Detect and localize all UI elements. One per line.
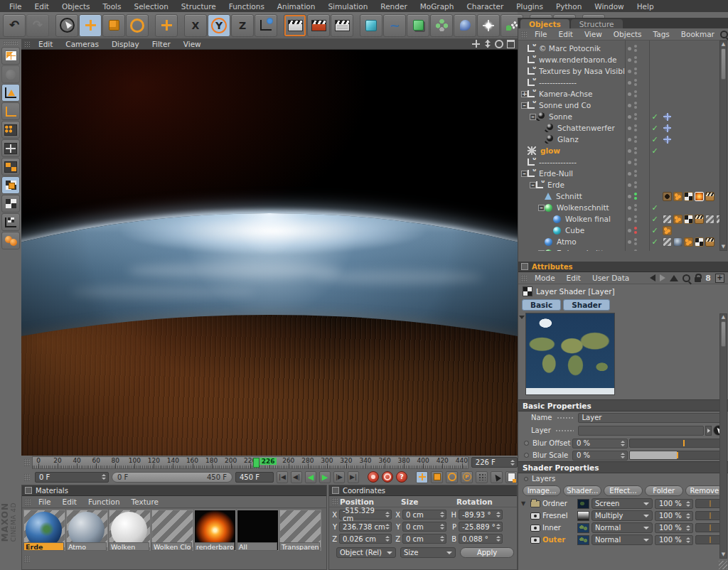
- clapper-tag-icon[interactable]: [695, 215, 704, 224]
- layer-opacity-field[interactable]: 100 %: [655, 511, 693, 521]
- visibility-dots[interactable]: [625, 227, 649, 234]
- spheretag-tag-icon[interactable]: [673, 237, 682, 247]
- coord-field-x-0[interactable]: -515.329 cm: [339, 510, 392, 520]
- coord-spinner[interactable]: [385, 536, 390, 542]
- layer-opacity-field[interactable]: 100 %: [655, 499, 693, 509]
- object-row-atmo[interactable]: Atmo✓: [518, 236, 728, 247]
- visibility-dots[interactable]: [625, 90, 649, 97]
- timeline-ruler[interactable]: 0204060801001201401601802002202402602803…: [32, 456, 469, 469]
- scroll-up-icon[interactable]: ▲: [720, 314, 727, 321]
- dot[interactable]: [634, 68, 637, 70]
- convert-object[interactable]: [1, 65, 20, 83]
- window-resize-grip[interactable]: [719, 561, 727, 569]
- blend-mode-dropdown[interactable]: Normal: [592, 522, 653, 533]
- coord-field-z-2[interactable]: 0.026 cm: [339, 534, 392, 544]
- enable-check[interactable]: ✓: [649, 146, 660, 156]
- range-start-field[interactable]: 0 F: [35, 472, 109, 483]
- blur-offset-field[interactable]: 0 %: [572, 439, 628, 448]
- visibility-toggle-icons[interactable]: [634, 147, 637, 154]
- coord-spinner[interactable]: [496, 524, 500, 529]
- visibility-toggle-icons[interactable]: [634, 136, 637, 143]
- shader-properties-header[interactable]: Shader Properties: [518, 461, 728, 473]
- visibility-toggle-icons[interactable]: [634, 113, 637, 120]
- coord-field-y-1[interactable]: 236.738 cm: [339, 522, 392, 532]
- key-rotation-toggle[interactable]: [446, 471, 458, 483]
- expand-toggle-icon[interactable]: +: [538, 250, 545, 252]
- opacity-spinner[interactable]: [686, 513, 690, 519]
- layer-thumbnail[interactable]: [577, 535, 589, 545]
- object-manager-grip[interactable]: [520, 31, 527, 38]
- layer-dot-icon[interactable]: [628, 92, 631, 96]
- material-wolken-clo[interactable]: Wolken Clo: [151, 510, 193, 551]
- dot[interactable]: [634, 140, 637, 143]
- menu-item-file[interactable]: File: [529, 30, 553, 38]
- object-row-item[interactable]: --------------: [518, 77, 728, 88]
- dot[interactable]: [634, 208, 637, 211]
- menu-item-user-data[interactable]: User Data: [587, 274, 635, 282]
- layer-dot-icon[interactable]: [628, 104, 631, 107]
- visibility-dots[interactable]: [625, 238, 649, 245]
- dot[interactable]: [634, 158, 637, 161]
- object-row-item[interactable]: --------------: [518, 156, 728, 168]
- layer-dot-icon[interactable]: [628, 240, 631, 244]
- coordinate-mode-dropdown[interactable]: Object (Rel): [336, 547, 396, 558]
- object-row-sonne-und-co[interactable]: –Sonne und Co: [518, 100, 728, 111]
- timeline-grip[interactable]: [23, 458, 30, 466]
- object-row-erde[interactable]: –Erde: [518, 179, 728, 190]
- material-wolken[interactable]: Wolken: [109, 510, 151, 551]
- visibility-toggle-icons[interactable]: [634, 249, 637, 251]
- dot[interactable]: [634, 129, 637, 131]
- layer-dot-icon[interactable]: [628, 70, 631, 73]
- layer-opacity-field[interactable]: 100 %: [655, 523, 693, 533]
- dot[interactable]: [634, 113, 637, 116]
- viewport-rotate-icon[interactable]: [495, 40, 503, 48]
- dot[interactable]: [634, 197, 637, 200]
- coordinate-system[interactable]: [255, 14, 277, 37]
- layer-dot-icon[interactable]: [628, 115, 631, 119]
- dot[interactable]: [634, 102, 637, 104]
- visibility-dots[interactable]: [625, 56, 649, 63]
- snap-settings[interactable]: [1, 232, 20, 249]
- enable-check[interactable]: ✓: [649, 203, 660, 213]
- menu-item-edit[interactable]: Edit: [561, 274, 587, 282]
- dot[interactable]: [634, 163, 637, 166]
- add-array-object[interactable]: [430, 14, 453, 37]
- object-row-wolken-final[interactable]: Wolken final✓: [518, 213, 728, 225]
- coord-field-x-0[interactable]: 0 cm: [402, 510, 446, 520]
- visibility-toggle-icons[interactable]: [634, 204, 637, 211]
- search-icon[interactable]: [720, 31, 728, 38]
- dot[interactable]: [634, 151, 637, 154]
- eye-icon[interactable]: [530, 512, 540, 520]
- range-start-spinner[interactable]: [102, 474, 106, 480]
- expand-toggle-icon[interactable]: –: [521, 102, 528, 109]
- coord-spinner[interactable]: [385, 524, 390, 529]
- object-tree-scrollbar[interactable]: ▲ ▼: [719, 41, 727, 251]
- coord-field-y-1[interactable]: 0 cm: [402, 522, 446, 532]
- dot[interactable]: [634, 193, 637, 195]
- parent-object-icon[interactable]: [670, 275, 678, 281]
- add-particle-emitter[interactable]: [477, 14, 500, 37]
- dot[interactable]: [634, 56, 637, 59]
- blur-scale-slider[interactable]: [629, 451, 724, 460]
- coord-spinner[interactable]: [440, 524, 444, 529]
- menu-item-character[interactable]: Character: [460, 2, 510, 11]
- dot[interactable]: [634, 83, 637, 86]
- visibility-dots[interactable]: [625, 181, 649, 188]
- visibility-toggle-icons[interactable]: [634, 227, 637, 234]
- viewport-maximize-icon[interactable]: [507, 40, 515, 48]
- layer-thumbnail[interactable]: [577, 511, 589, 521]
- object-row-textures-by-nasa-visible-eart[interactable]: Textures by Nasa Visible Eart: [518, 65, 728, 77]
- visibility-toggle-icons[interactable]: [634, 238, 637, 245]
- redo[interactable]: ↷: [26, 14, 49, 37]
- object-row-www-renderbaron-de[interactable]: www.renderbaron.de: [518, 54, 728, 65]
- move-tool[interactable]: [79, 14, 102, 37]
- clapper-tag-icon[interactable]: [705, 192, 714, 201]
- dot[interactable]: [634, 174, 637, 177]
- enable-check[interactable]: ✓: [649, 249, 660, 252]
- enable-check[interactable]: ✓: [649, 124, 660, 133]
- object-row-glow[interactable]: glow✓: [518, 145, 728, 156]
- play-forward-button[interactable]: ▶: [319, 471, 331, 483]
- timeline-playhead[interactable]: [253, 458, 259, 468]
- history-forward-icon[interactable]: [660, 274, 665, 281]
- collapse-triangle-icon[interactable]: [519, 316, 525, 319]
